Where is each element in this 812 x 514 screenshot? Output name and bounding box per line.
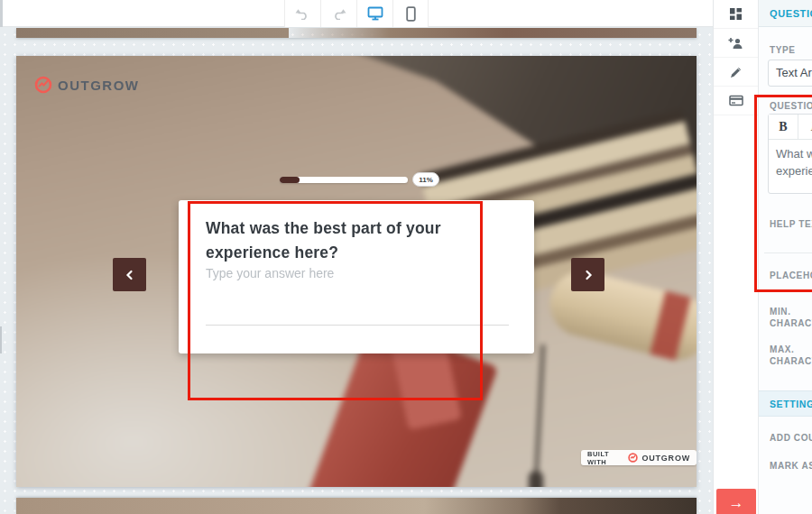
quiz-preview-canvas: OUTGROW 11% What was the best part of yo… (16, 56, 697, 487)
rail-item-billing[interactable] (714, 87, 758, 115)
mobile-view-toggle[interactable] (392, 0, 429, 27)
question-text: What was the best part of your experienc… (206, 216, 509, 265)
outgrow-badge-icon (628, 453, 638, 463)
outgrow-logo-text: OUTGROW (58, 78, 140, 93)
question-type-value: Text Area (776, 66, 812, 79)
question-editor-input[interactable]: What was the best part of your experienc… (769, 140, 812, 187)
question-editor-box: B I What was the best part of your exper… (768, 114, 812, 194)
mobile-icon (406, 6, 416, 22)
built-with-brand: OUTGROW (641, 454, 690, 463)
add-counter-label: ADD COUNTER (770, 433, 812, 443)
rail-item-layout[interactable] (714, 0, 758, 29)
rail-item-edit[interactable] (714, 58, 758, 87)
left-scrollbar-segment[interactable] (0, 326, 2, 353)
help-text-label: HELP TEXT (770, 219, 812, 229)
credit-card-icon (729, 95, 743, 106)
max-characters-label: MAX. CHARACTERS (770, 344, 812, 367)
progress-percent-badge: 11% (412, 172, 439, 187)
type-label: TYPE (770, 45, 796, 55)
next-question-button[interactable] (571, 258, 604, 291)
builder-icon-rail: → (713, 0, 758, 514)
min-characters-label: MIN. CHARACTERS (770, 307, 812, 329)
add-person-icon (728, 37, 743, 50)
pencil-icon (730, 66, 743, 78)
next-screen-preview[interactable] (16, 498, 697, 514)
question-card: What was the best part of your experienc… (179, 200, 534, 353)
placeholder-label: PLACEHOLDER TEXT (770, 271, 812, 280)
tab-questions[interactable]: QUESTIONS (759, 0, 812, 27)
preview-toolbar (0, 0, 713, 27)
undo-button[interactable] (284, 0, 320, 27)
outgrow-logo-icon (34, 76, 52, 94)
outgrow-logo: OUTGROW (34, 76, 140, 94)
left-scrollbar-segment-top[interactable] (0, 0, 3, 27)
question-label: QUESTION (770, 101, 812, 111)
chevron-left-icon (125, 270, 135, 280)
answer-placeholder: Type your answer here (206, 266, 334, 280)
mark-as-required-label: MARK AS REQUIRED (770, 461, 812, 471)
previous-question-button[interactable] (113, 258, 146, 291)
builder-workspace: OUTGROW 11% What was the best part of yo… (0, 0, 713, 514)
layout-blocks-icon (729, 7, 743, 21)
progress-bar-fill (280, 177, 300, 183)
settings-section-header: SETTINGS (759, 390, 812, 417)
rail-item-add-person[interactable] (714, 29, 758, 58)
redo-icon (331, 8, 346, 20)
panel-next-button[interactable]: → (716, 489, 756, 514)
tassel-tuft-shape (529, 471, 543, 487)
panel-divider (764, 252, 812, 253)
built-with-label: BUILT WITH (587, 450, 624, 466)
editor-format-bar: B I (769, 115, 812, 140)
question-settings-panel: QUESTIONS TYPE Text Area QUESTION B I Wh… (758, 0, 812, 514)
chevron-right-icon (583, 270, 594, 280)
bold-button[interactable]: B (769, 115, 798, 139)
answer-input-underline (206, 325, 509, 326)
redo-button[interactable] (320, 0, 356, 27)
progress-bar (280, 177, 408, 183)
undo-icon (295, 8, 310, 20)
desktop-icon (367, 6, 383, 21)
italic-button[interactable]: I (798, 115, 812, 139)
desktop-view-toggle[interactable] (356, 0, 392, 27)
previous-screen-preview[interactable] (16, 28, 697, 38)
built-with-outgrow-badge[interactable]: BUILT WITH OUTGROW (581, 450, 697, 465)
answer-input[interactable]: Type your answer here (206, 265, 509, 326)
question-type-select[interactable]: Text Area (768, 60, 812, 87)
